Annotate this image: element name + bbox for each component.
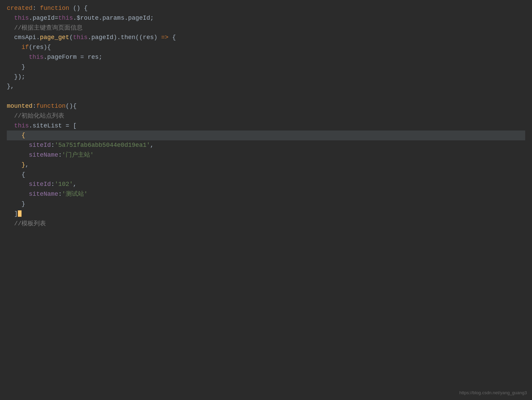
code-line: this.pageForm = res; [7,52,525,62]
code-line [7,91,525,101]
code-line: siteId:'102', [7,179,525,189]
code-line: }, [7,160,525,170]
code-line: //根据主键查询页面信息 [7,23,525,33]
code-line: siteId:'5a751fab6abb5044e0d19ea1', [7,140,525,150]
code-line: created: function () { [7,3,525,13]
code-line: { [7,170,525,180]
code-line: this.siteList = [ [7,121,525,131]
code-line: this.pageId=this.$route.params.pageId; [7,13,525,23]
code-line: mounted:function(){ [7,101,525,111]
code-line: siteName:'门户主站' [7,150,525,160]
code-line: if(res){ [7,42,525,52]
code-line: } [7,199,525,209]
code-content: created: function () { this.pageId=this.… [7,3,525,228]
code-line: siteName:'测试站' [7,189,525,199]
code-line: //初始化站点列表 [7,111,525,121]
code-line: }); [7,72,525,82]
code-line: //模板列表 [7,219,525,229]
code-editor: created: function () { this.pageId=this.… [0,0,532,400]
code-line: ]█ [7,209,525,219]
code-line: } [7,62,525,72]
watermark: https://blog.csdn.net/yang_guang3 [459,389,527,397]
code-line: cmsApi.page_get(this.pageId).then((res) … [7,33,525,42]
code-line: }, [7,82,525,91]
code-line: { [7,131,525,140]
